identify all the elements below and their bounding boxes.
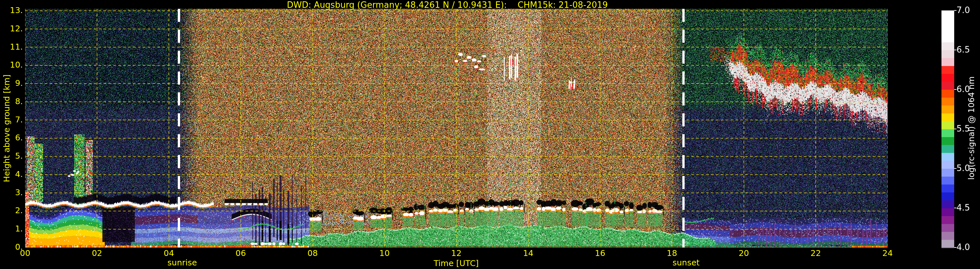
colorbar-tick-label: 5.0 bbox=[956, 163, 970, 173]
colorbar-tick-label: 5.5 bbox=[956, 124, 970, 134]
colorbar-tick-label: 7.0 bbox=[956, 5, 970, 15]
x-tick-label: 04 bbox=[158, 248, 180, 258]
x-tick-label: 10 bbox=[373, 248, 396, 258]
page-title: DWD: Augsburg (Germany; 48.4261 N / 10.9… bbox=[0, 0, 895, 9]
y-tick-label: 5. bbox=[0, 151, 23, 161]
y-axis-title-text: Height above ground [km] bbox=[2, 75, 11, 182]
y-tick-label: 13. bbox=[0, 6, 23, 15]
y-tick-label: 3. bbox=[0, 188, 23, 197]
x-tick-label: 06 bbox=[229, 248, 252, 258]
y-tick-label: 11. bbox=[0, 42, 23, 52]
y-tick-label: 2. bbox=[0, 206, 23, 215]
x-tick-label: 02 bbox=[86, 248, 108, 258]
colorbar-tick-label: 6.0 bbox=[956, 84, 970, 94]
y-tick-label: 4. bbox=[0, 169, 23, 179]
x-tick-label: 22 bbox=[804, 248, 827, 258]
y-tick-label: 0. bbox=[0, 242, 23, 252]
x-tick-label: 08 bbox=[301, 248, 324, 258]
lidar-heatmap-canvas bbox=[0, 0, 980, 269]
x-tick-label: 16 bbox=[589, 248, 612, 258]
y-tick-label: 1. bbox=[0, 224, 23, 233]
x-axis-title: Time [UTC] bbox=[407, 259, 505, 268]
colorbar-tick-label: 6.5 bbox=[956, 45, 970, 54]
colorbar-tick-label: 4.0 bbox=[956, 242, 970, 252]
x-tick-label: 12 bbox=[445, 248, 468, 258]
x-tick-label: 14 bbox=[517, 248, 540, 258]
y-tick-label: 7. bbox=[0, 115, 23, 124]
ceilometer-quicklook: DWD: Augsburg (Germany; 48.4261 N / 10.9… bbox=[0, 0, 980, 269]
sunrise-label: sunrise bbox=[159, 258, 205, 267]
sunset-label: sunset bbox=[663, 258, 709, 267]
x-tick-label: 20 bbox=[732, 248, 755, 258]
x-tick-label: 24 bbox=[876, 248, 899, 258]
y-tick-label: 6. bbox=[0, 133, 23, 142]
y-tick-label: 9. bbox=[0, 78, 23, 88]
x-tick-label: 18 bbox=[661, 248, 684, 258]
y-tick-label: 12. bbox=[0, 24, 23, 33]
y-tick-label: 10. bbox=[0, 60, 23, 70]
colorbar-tick-label: 4.5 bbox=[956, 203, 970, 213]
y-tick-label: 8. bbox=[0, 97, 23, 106]
